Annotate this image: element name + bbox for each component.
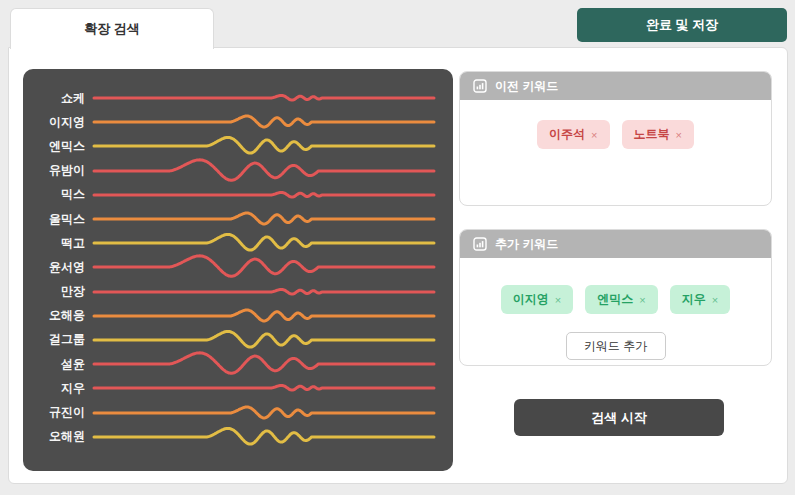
trend-row: 만장 [23, 280, 453, 304]
keyword-tag-label: 노트북 [634, 126, 670, 143]
add-keyword-button[interactable]: 키워드 추가 [566, 332, 666, 360]
trend-row: 윤서영 [23, 255, 453, 279]
trend-list: 쇼케이지영엔믹스유밤이믹스울믹스떡고윤서영만장오해응걸그룹설윤지우규진이오해원 [23, 86, 453, 449]
trend-row-label: 떡고 [23, 235, 94, 252]
trend-row-label: 이지영 [23, 114, 94, 131]
previous-keywords-title: 이전 키워드 [495, 78, 558, 95]
trend-row: 믹스 [23, 183, 453, 207]
expanded-search-page: 확장 검색 완료 및 저장 쇼케이지영엔믹스유밤이믹스울믹스떡고윤서영만장오해응… [0, 0, 795, 495]
keyword-tag[interactable]: 노트북× [622, 120, 694, 149]
trend-row-label: 설윤 [23, 356, 94, 373]
trend-row: 엔믹스 [23, 134, 453, 158]
trend-row-label: 지우 [23, 380, 94, 397]
trend-row: 설윤 [23, 352, 453, 376]
additional-keywords-tags: 이지영×엔믹스×지우× [460, 285, 771, 314]
keyword-tag[interactable]: 지우× [670, 285, 730, 314]
trend-row-label: 만장 [23, 283, 94, 300]
bar-chart-icon [473, 237, 487, 251]
trend-row-label: 윤서영 [23, 259, 94, 276]
keyword-tag[interactable]: 이주석× [537, 120, 609, 149]
save-and-finish-button[interactable]: 완료 및 저장 [577, 8, 787, 42]
trend-row: 걸그룹 [23, 328, 453, 352]
previous-keywords-card: 이전 키워드 이주석×노트북× [459, 71, 772, 206]
trend-sparkline [94, 423, 434, 451]
keyword-tag-label: 지우 [682, 291, 706, 308]
tab-expanded-search[interactable]: 확장 검색 [10, 8, 214, 49]
trend-row: 떡고 [23, 231, 453, 255]
trend-row-label: 믹스 [23, 186, 94, 203]
trend-row: 오해원 [23, 425, 453, 449]
keyword-tag[interactable]: 이지영× [501, 285, 573, 314]
trend-row-label: 울믹스 [23, 211, 94, 228]
trend-row: 울믹스 [23, 207, 453, 231]
trend-row-label: 유밤이 [23, 162, 94, 179]
trend-row-label: 걸그룹 [23, 331, 94, 348]
close-icon[interactable]: × [639, 294, 645, 306]
main-container: 쇼케이지영엔믹스유밤이믹스울믹스떡고윤서영만장오해응걸그룹설윤지우규진이오해원 … [8, 47, 788, 484]
trend-row-label: 엔믹스 [23, 138, 94, 155]
trend-row: 지우 [23, 376, 453, 400]
keyword-tag[interactable]: 엔믹스× [585, 285, 657, 314]
previous-keywords-tags: 이주석×노트북× [460, 120, 771, 149]
close-icon[interactable]: × [676, 129, 682, 141]
trend-row: 규진이 [23, 400, 453, 424]
bar-chart-icon [473, 79, 487, 93]
close-icon[interactable]: × [555, 294, 561, 306]
keyword-tag-label: 이주석 [549, 126, 585, 143]
trend-row-label: 쇼케 [23, 90, 94, 107]
trend-row-label: 규진이 [23, 404, 94, 421]
previous-keywords-header: 이전 키워드 [460, 72, 771, 100]
additional-keywords-title: 추가 키워드 [495, 236, 558, 253]
start-search-button[interactable]: 검색 시작 [514, 399, 724, 436]
trend-row: 이지영 [23, 110, 453, 134]
keyword-tag-label: 엔믹스 [597, 291, 633, 308]
tab-label: 확장 검색 [84, 20, 140, 38]
keyword-tag-label: 이지영 [513, 291, 549, 308]
additional-keywords-card: 추가 키워드 이지영×엔믹스×지우× 키워드 추가 [459, 229, 772, 366]
trend-row: 유밤이 [23, 159, 453, 183]
trend-row: 쇼케 [23, 86, 453, 110]
close-icon[interactable]: × [591, 129, 597, 141]
additional-keywords-header: 추가 키워드 [460, 230, 771, 258]
trend-row: 오해응 [23, 304, 453, 328]
trend-row-label: 오해원 [23, 428, 94, 445]
trend-row-label: 오해응 [23, 307, 94, 324]
trend-panel: 쇼케이지영엔믹스유밤이믹스울믹스떡고윤서영만장오해응걸그룹설윤지우규진이오해원 [23, 69, 453, 471]
close-icon[interactable]: × [712, 294, 718, 306]
